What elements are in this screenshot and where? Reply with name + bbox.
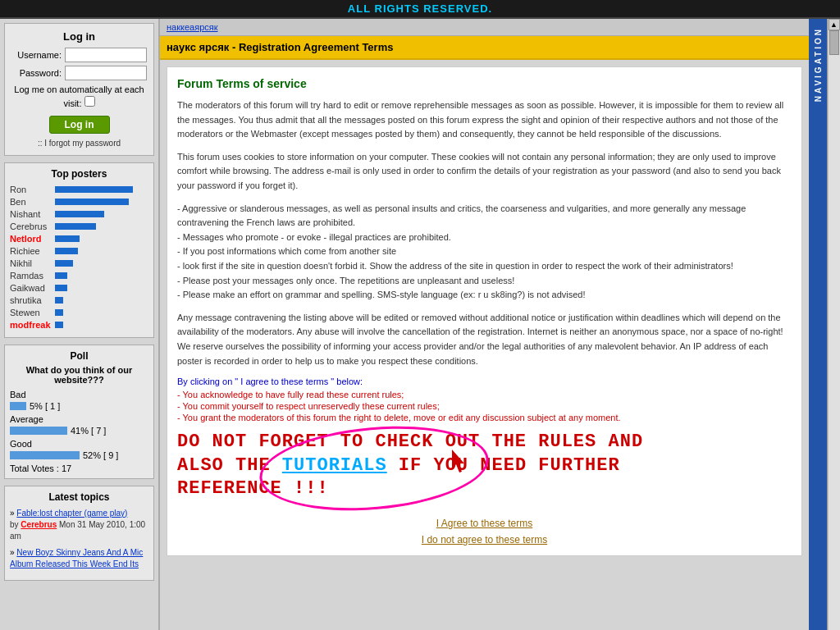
total-votes-label: Total Votes : <box>10 463 59 473</box>
poster-row: Nishant <box>10 209 148 219</box>
latest-topics-title: Latest topics <box>10 491 148 503</box>
total-votes: Total Votes : 17 <box>10 463 148 473</box>
poster-name: Richiee <box>10 246 55 256</box>
auto-login-label: Log me on automatically at each visit: <box>14 84 144 108</box>
poster-name: Ramdas <box>10 271 55 281</box>
poll-title: Poll <box>10 350 148 362</box>
poll-section: Poll What do you think of our website???… <box>4 345 154 479</box>
poll-bar <box>10 451 80 459</box>
latest-topic-link[interactable]: New Boyz Skinny Jeans And A Mic Album Re… <box>10 548 143 568</box>
login-title: Log in <box>11 30 147 43</box>
top-bar-text: ALL RIGHTS RESERVED. <box>348 2 492 15</box>
poster-bar-wrap <box>55 199 148 205</box>
poster-bar <box>55 248 78 254</box>
poster-name: Nikhil <box>10 258 55 268</box>
poster-row: Cerebrus <box>10 221 148 231</box>
poster-name: Netlord <box>10 234 55 244</box>
terms-title: Forum Terms of service <box>177 77 792 90</box>
poster-row: shrutika <box>10 295 148 305</box>
big-text-block: DO NOT FORGET TO CHECK OUT THE RULES AND… <box>177 431 792 501</box>
username-label: Username: <box>11 50 62 60</box>
paragraph-4: Any message contravening the listing abo… <box>177 311 792 368</box>
poll-bar-row: 52% [ 9 ] <box>10 450 148 460</box>
paragraph-3: - Aggressive or slanderous messages, as … <box>177 202 792 303</box>
poll-bar-row: 5% [ 1 ] <box>10 401 148 411</box>
auto-login-checkbox[interactable] <box>84 96 95 107</box>
top-posters-title: Top posters <box>10 168 148 180</box>
poster-bar <box>55 322 63 328</box>
poll-stat: 5% [ 1 ] <box>30 401 60 411</box>
top-posters-section: Top posters RonBenNishantCerebrusNetlord… <box>4 162 154 338</box>
poster-name: shrutika <box>10 295 55 305</box>
breadcrumb-site[interactable]: наккеаярсяк <box>167 22 218 32</box>
big-text-line1: DO NOT FORGET TO CHECK OUT THE RULES AND <box>177 431 643 452</box>
poll-option-label: Good <box>10 439 148 449</box>
login-button[interactable]: Log in <box>49 116 110 134</box>
scrollbar[interactable]: ▲ ▼ <box>827 19 840 630</box>
poster-name: modfreak <box>10 320 55 330</box>
poll-stat: 52% [ 9 ] <box>83 450 118 460</box>
poster-bar <box>55 223 96 230</box>
agree-point-1: - You acknowledge to have fully read the… <box>177 390 792 399</box>
poster-bar-wrap <box>55 309 148 316</box>
auto-login-row: Log me on automatically at each visit: <box>11 84 147 111</box>
poster-bar <box>55 272 67 279</box>
top-bar: ALL RIGHTS RESERVED. <box>0 0 840 19</box>
forgot-password-link[interactable]: :: I forgot my password <box>38 139 121 148</box>
poll-question: What do you think of our website??? <box>10 365 148 385</box>
poster-row: modfreak <box>10 320 148 330</box>
latest-user-link[interactable]: Cerebrus <box>21 520 57 529</box>
poster-bar-wrap <box>55 260 148 267</box>
page-title: наукс ярсяк - Registration Agreement Ter… <box>167 41 393 53</box>
poster-bar <box>55 297 63 304</box>
right-nav: NAVIGATION <box>809 19 827 630</box>
poll-bar <box>10 427 67 435</box>
poster-bar-wrap <box>55 186 148 193</box>
content-area: Forum Terms of service The moderators of… <box>167 66 802 556</box>
login-box: Log in Username: Password: Log me on aut… <box>4 23 154 156</box>
big-text-line3: IF YOU NEED FURTHER <box>399 455 620 476</box>
poster-name: Cerebrus <box>10 221 55 231</box>
poll-bar-row: 41% [ 7 ] <box>10 426 148 436</box>
poster-bar-wrap <box>55 272 148 279</box>
username-input[interactable] <box>65 48 147 62</box>
paragraph-1: The moderators of this forum will try ha… <box>177 98 792 142</box>
password-input[interactable] <box>65 66 147 80</box>
poster-bar <box>55 211 104 217</box>
big-text-line2: ALSO THE <box>177 455 271 476</box>
poll-bar <box>10 402 26 410</box>
paragraph-2: This forum uses cookies to store informa… <box>177 150 792 194</box>
agree-point-2: - You commit yourself to respect unreser… <box>177 401 792 411</box>
poster-row: Ron <box>10 185 148 194</box>
agree-link[interactable]: I Agree to these terms <box>177 518 792 529</box>
scroll-up-arrow[interactable]: ▲ <box>829 19 840 30</box>
latest-item: » Fable:lost chapter (game play)by Cereb… <box>10 508 148 542</box>
posters-list: RonBenNishantCerebrusNetlordRichieeNikhi… <box>10 185 148 330</box>
poster-name: Ben <box>10 197 55 207</box>
total-votes-value: 17 <box>62 463 71 473</box>
poster-row: Nikhil <box>10 258 148 268</box>
poster-bar <box>55 186 133 193</box>
click-agree-intro: By clicking on " I agree to these terms … <box>177 377 792 386</box>
poster-row: Stewen <box>10 308 148 317</box>
poll-options: Bad5% [ 1 ]Average41% [ 7 ]Good52% [ 9 ] <box>10 390 148 460</box>
poster-name: Stewen <box>10 308 55 317</box>
latest-topic-link[interactable]: Fable:lost chapter (game play) <box>16 509 127 518</box>
poster-bar-wrap <box>55 211 148 217</box>
poster-row: Netlord <box>10 234 148 244</box>
latest-list: » Fable:lost chapter (game play)by Cereb… <box>10 508 148 570</box>
poster-name: Gaikwad <box>10 283 55 293</box>
poster-row: Richiee <box>10 246 148 256</box>
scroll-track[interactable] <box>829 30 840 630</box>
password-label: Password: <box>11 68 62 78</box>
scroll-thumb[interactable] <box>829 30 839 55</box>
poster-bar-wrap <box>55 285 148 291</box>
right-nav-label: NAVIGATION <box>814 27 823 102</box>
big-red-text: DO NOT FORGET TO CHECK OUT THE RULES AND… <box>177 431 792 501</box>
disagree-link[interactable]: I do not agree to these terms <box>177 534 792 546</box>
poster-bar <box>55 235 80 242</box>
agree-btn-row: I Agree to these terms I do not agree to… <box>177 518 792 546</box>
poster-bar-wrap <box>55 235 148 242</box>
tutorials-link[interactable]: TUTORIALS <box>282 455 387 476</box>
poster-bar <box>55 260 73 267</box>
